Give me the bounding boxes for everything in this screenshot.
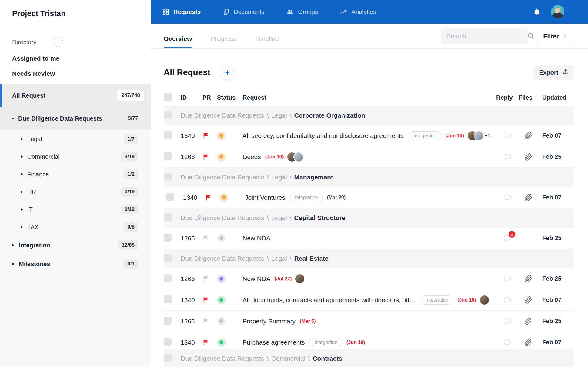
row-checkbox[interactable]	[166, 193, 174, 201]
avatar[interactable]	[480, 295, 489, 305]
expand-arrow-icon[interactable]	[21, 173, 23, 176]
expand-arrow-icon[interactable]	[12, 244, 15, 247]
group-header-row[interactable]: Due Diligence Data Requests\Commercial\C…	[164, 349, 574, 367]
attachment-icon[interactable]	[524, 275, 532, 283]
group-header-row[interactable]: Due Diligence Data Requests\Legal\Corpor…	[164, 106, 574, 125]
expand-arrow-icon[interactable]	[21, 138, 23, 141]
group-checkbox[interactable]	[164, 354, 172, 362]
priority-cell[interactable]	[202, 132, 217, 139]
tab-progress[interactable]: Progress	[211, 35, 236, 48]
status-cell[interactable]	[217, 296, 242, 304]
avatar[interactable]	[474, 131, 483, 140]
reply-bubble-icon[interactable]	[503, 295, 512, 305]
priority-cell[interactable]	[202, 275, 217, 282]
row-checkbox[interactable]	[164, 295, 172, 303]
attachment-icon[interactable]	[524, 317, 532, 325]
table-row[interactable]: 1266 New NDA (Jul 27)	[164, 268, 574, 289]
priority-cell[interactable]	[202, 235, 217, 242]
table-row[interactable]: 1266 Property Summary (Mar 6)	[164, 311, 574, 332]
tab-overview[interactable]: Overview	[164, 35, 192, 48]
status-cell[interactable]	[217, 317, 242, 325]
filter-button[interactable]: Filter	[536, 28, 574, 44]
nav-documents[interactable]: Documents	[222, 8, 264, 15]
add-directory-button[interactable]: +	[53, 37, 63, 47]
sidebar-item-assigned-to-me[interactable]: Assigned to me	[12, 55, 139, 62]
sidebar-tree-item[interactable]: Integration 12/85	[0, 236, 151, 255]
status-cell[interactable]	[217, 338, 242, 347]
request-title[interactable]: Deeds	[242, 153, 261, 161]
group-header-row[interactable]: Due Diligence Data Requests\Legal\Real E…	[164, 249, 574, 268]
expand-arrow-icon[interactable]	[21, 190, 23, 193]
table-row[interactable]: 1340 All secrecy, confidentiality and no…	[164, 125, 574, 146]
nav-requests[interactable]: Requests	[162, 8, 201, 15]
sidebar-tree-item[interactable]: Legal 1/7	[0, 130, 151, 148]
request-title[interactable]: Joint Ventures	[245, 194, 285, 201]
table-row[interactable]: 1266 Deeds (Jun 10)	[164, 146, 574, 168]
tab-timeline[interactable]: Timeline	[255, 35, 279, 48]
avatar[interactable]	[294, 152, 303, 162]
priority-cell[interactable]	[205, 194, 219, 201]
status-cell[interactable]	[217, 275, 242, 283]
row-checkbox[interactable]	[164, 317, 172, 325]
sidebar-tree-item[interactable]: Milestones 0/1	[0, 255, 151, 273]
sidebar-tree-item[interactable]: Due Diligence Data Requests 5/77	[0, 107, 151, 130]
reply-bubble-icon[interactable]	[503, 317, 512, 326]
expand-arrow-icon[interactable]	[21, 208, 23, 211]
row-checkbox[interactable]	[164, 338, 172, 346]
reply-bubble-icon[interactable]	[503, 274, 512, 283]
table-row[interactable]: 1266 New NDA 1 Feb 25	[164, 228, 574, 249]
reply-bubble-icon[interactable]	[503, 193, 512, 202]
notifications-bell-icon[interactable]	[533, 8, 541, 16]
expand-arrow-icon[interactable]	[12, 117, 14, 120]
request-title[interactable]: New NDA	[242, 235, 270, 242]
sidebar-tree-item[interactable]: Commercial 3/19	[0, 148, 151, 165]
attachment-icon[interactable]	[524, 194, 532, 202]
group-checkbox[interactable]	[164, 111, 172, 119]
group-header-row[interactable]: Due Diligence Data Requests\Legal\Manage…	[164, 168, 574, 187]
nav-analytics[interactable]: Analytics	[340, 8, 376, 16]
add-request-button[interactable]: +	[220, 65, 235, 80]
sidebar-tree-item[interactable]: All Request 247/748	[0, 84, 151, 107]
attachment-icon[interactable]	[524, 296, 532, 304]
reply-bubble-icon[interactable]	[503, 338, 512, 347]
row-checkbox[interactable]	[164, 234, 172, 242]
expand-arrow-icon[interactable]	[12, 262, 15, 265]
request-title[interactable]: New NDA	[242, 275, 270, 282]
priority-cell[interactable]	[202, 318, 217, 325]
export-button[interactable]: Export	[533, 65, 574, 80]
search-icon[interactable]	[527, 32, 534, 40]
request-title[interactable]: Property Summary	[242, 318, 296, 325]
avatar[interactable]	[295, 274, 304, 283]
priority-cell[interactable]	[202, 339, 217, 346]
status-cell[interactable]	[217, 234, 242, 242]
sidebar-tree-item[interactable]: Finance 1/2	[0, 165, 151, 183]
attachment-icon[interactable]	[524, 153, 532, 161]
row-checkbox[interactable]	[164, 131, 172, 139]
reply-bubble-icon[interactable]	[503, 152, 512, 162]
request-title[interactable]: Purchase agreements	[242, 339, 305, 346]
priority-cell[interactable]	[202, 153, 217, 160]
attachment-icon[interactable]	[524, 132, 532, 140]
nav-groups[interactable]: Groups	[286, 8, 318, 16]
row-checkbox[interactable]	[164, 274, 172, 282]
sidebar-tree-item[interactable]: HR 0/19	[0, 183, 151, 201]
status-cell[interactable]	[217, 153, 242, 161]
request-title[interactable]: All documents, contracts and agreements …	[242, 296, 416, 304]
group-checkbox[interactable]	[164, 173, 172, 181]
priority-cell[interactable]	[202, 296, 217, 303]
select-all-checkbox[interactable]	[164, 93, 172, 101]
sidebar-item-needs-review[interactable]: Needs Review	[12, 70, 139, 77]
table-row[interactable]: 1340 Joint Ventures Integration (Mar 20)	[164, 187, 574, 208]
attachment-icon[interactable]	[524, 339, 532, 346]
row-checkbox[interactable]	[164, 152, 172, 160]
user-avatar[interactable]	[551, 5, 564, 18]
reply-bubble-icon[interactable]	[503, 131, 512, 140]
request-title[interactable]: All secrecy, confidentiality and nondisc…	[242, 132, 404, 139]
group-header-row[interactable]: Due Diligence Data Requests\Legal\Capita…	[164, 208, 574, 228]
status-cell[interactable]	[217, 132, 242, 140]
search-input[interactable]	[447, 33, 527, 40]
table-row[interactable]: 1340 All documents, contracts and agreem…	[164, 289, 574, 311]
status-cell[interactable]	[219, 193, 245, 202]
reply-bubble-icon[interactable]: 1	[503, 234, 512, 243]
group-checkbox[interactable]	[164, 213, 172, 221]
